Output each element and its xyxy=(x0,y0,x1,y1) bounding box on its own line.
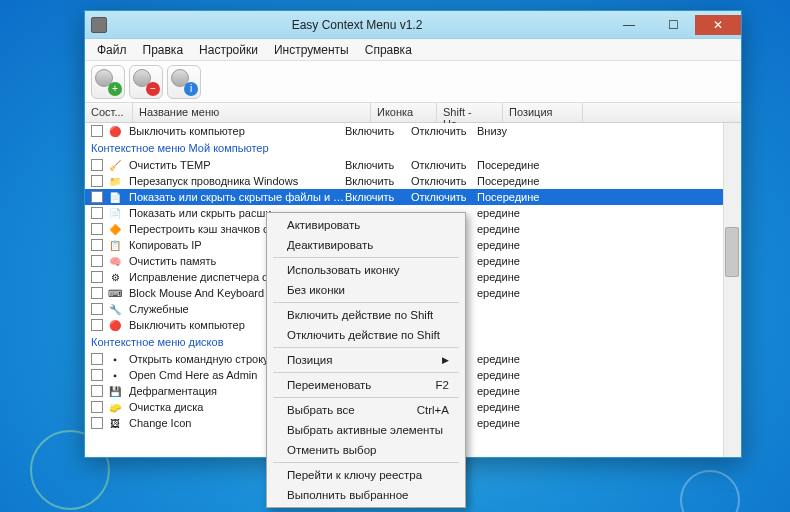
list-row[interactable]: 📁Перезапуск проводника WindowsВключитьОт… xyxy=(85,173,741,189)
context-menu-item[interactable]: Перейти к ключу реестра xyxy=(269,465,463,485)
context-menu-separator xyxy=(273,372,459,373)
header-state[interactable]: Сост... xyxy=(85,103,133,122)
row-icon: ▪ xyxy=(107,368,123,382)
context-menu-label: Деактивировать xyxy=(287,239,373,251)
row-col-pos: Внизу xyxy=(477,125,557,137)
row-checkbox[interactable] xyxy=(91,353,103,365)
context-menu-separator xyxy=(273,257,459,258)
row-col-pos: Посередине xyxy=(477,159,557,171)
row-checkbox[interactable] xyxy=(91,125,103,137)
toolbar: + − i xyxy=(85,61,741,103)
maximize-button[interactable]: ☐ xyxy=(651,15,695,35)
row-checkbox[interactable] xyxy=(91,385,103,397)
context-menu-label: Отменить выбор xyxy=(287,444,377,456)
scrollbar-track[interactable] xyxy=(723,123,741,457)
minimize-button[interactable]: — xyxy=(607,15,651,35)
group-header: Контекстное меню Мой компьютер xyxy=(85,139,741,157)
toolbar-info-button[interactable]: i xyxy=(167,65,201,99)
context-menu-separator xyxy=(273,462,459,463)
row-icon: 📄 xyxy=(107,190,123,204)
row-col-pos: ередине xyxy=(477,287,557,299)
context-menu-label: Отключить действие по Shift xyxy=(287,329,440,341)
list-row[interactable]: 🧹Очистить TEMPВключитьОтключитьПосередин… xyxy=(85,157,741,173)
row-icon: 🔶 xyxy=(107,222,123,236)
context-menu-item[interactable]: Использовать иконку xyxy=(269,260,463,280)
context-menu-item[interactable]: Без иконки xyxy=(269,280,463,300)
context-menu-item[interactable]: Активировать xyxy=(269,215,463,235)
row-checkbox[interactable] xyxy=(91,223,103,235)
menu-edit[interactable]: Правка xyxy=(135,41,192,59)
row-col-pos: ередине xyxy=(477,223,557,235)
row-col-pos: ередине xyxy=(477,271,557,283)
context-menu-item[interactable]: Позиция▶ xyxy=(269,350,463,370)
app-icon xyxy=(91,17,107,33)
row-checkbox[interactable] xyxy=(91,287,103,299)
row-col-shift: Отключить xyxy=(411,175,477,187)
row-icon: 📋 xyxy=(107,238,123,252)
row-name: Очистить TEMP xyxy=(129,159,345,171)
context-menu-item[interactable]: Выбрать всеCtrl+A xyxy=(269,400,463,420)
context-menu-label: Выполнить выбранное xyxy=(287,489,409,501)
row-col-icon: Включить xyxy=(345,159,411,171)
row-icon: 🧽 xyxy=(107,400,123,414)
context-menu-item[interactable]: Выполнить выбранное xyxy=(269,485,463,505)
row-col-pos: ередине xyxy=(477,239,557,251)
context-menu-item[interactable]: Отключить действие по Shift xyxy=(269,325,463,345)
context-menu-label: Выбрать активные элементы xyxy=(287,424,443,436)
row-icon: ⌨ xyxy=(107,286,123,300)
context-menu-item[interactable]: Деактивировать xyxy=(269,235,463,255)
scrollbar-thumb[interactable] xyxy=(725,227,739,277)
row-checkbox[interactable] xyxy=(91,175,103,187)
context-menu-item[interactable]: Включить действие по Shift xyxy=(269,305,463,325)
close-button[interactable]: ✕ xyxy=(695,15,741,35)
toolbar-add-button[interactable]: + xyxy=(91,65,125,99)
titlebar[interactable]: Easy Context Menu v1.2 — ☐ ✕ xyxy=(85,11,741,39)
menu-file[interactable]: Файл xyxy=(89,41,135,59)
menu-settings[interactable]: Настройки xyxy=(191,41,266,59)
row-checkbox[interactable] xyxy=(91,401,103,413)
header-icon[interactable]: Иконка xyxy=(371,103,437,122)
header-name[interactable]: Название меню xyxy=(133,103,371,122)
row-checkbox[interactable] xyxy=(91,417,103,429)
header-position[interactable]: Позиция xyxy=(503,103,583,122)
row-col-pos: ередине xyxy=(477,369,557,381)
row-checkbox[interactable] xyxy=(91,159,103,171)
row-checkbox[interactable] xyxy=(91,369,103,381)
row-checkbox[interactable] xyxy=(91,207,103,219)
context-menu-separator xyxy=(273,302,459,303)
row-checkbox[interactable] xyxy=(91,239,103,251)
context-menu-item[interactable]: Выбрать активные элементы xyxy=(269,420,463,440)
row-checkbox[interactable] xyxy=(91,271,103,283)
row-checkbox[interactable] xyxy=(91,191,103,203)
row-icon: ▪ xyxy=(107,352,123,366)
toolbar-remove-button[interactable]: − xyxy=(129,65,163,99)
row-icon: ⚙ xyxy=(107,270,123,284)
row-col-pos: ередине xyxy=(477,385,557,397)
context-menu: АктивироватьДеактивироватьИспользовать и… xyxy=(266,212,466,508)
row-checkbox[interactable] xyxy=(91,303,103,315)
list-row[interactable]: 🔴Выключить компьютерВключитьОтключитьВни… xyxy=(85,123,741,139)
row-col-pos: ередине xyxy=(477,207,557,219)
row-icon: 🧹 xyxy=(107,158,123,172)
menu-help[interactable]: Справка xyxy=(357,41,420,59)
row-col-shift: Отключить xyxy=(411,191,477,203)
list-row[interactable]: 📄Показать или скрыть скрытые файлы и пап… xyxy=(85,189,741,205)
row-col-icon: Включить xyxy=(345,191,411,203)
menu-tools[interactable]: Инструменты xyxy=(266,41,357,59)
context-menu-label: Выбрать все xyxy=(287,404,355,416)
row-icon: 🔧 xyxy=(107,302,123,316)
row-checkbox[interactable] xyxy=(91,319,103,331)
row-icon: 🔴 xyxy=(107,124,123,138)
row-icon: 🔴 xyxy=(107,318,123,332)
window-title: Easy Context Menu v1.2 xyxy=(107,18,607,32)
context-menu-item[interactable]: Отменить выбор xyxy=(269,440,463,460)
context-menu-label: Включить действие по Shift xyxy=(287,309,433,321)
context-menu-item[interactable]: ПереименоватьF2 xyxy=(269,375,463,395)
menubar: Файл Правка Настройки Инструменты Справк… xyxy=(85,39,741,61)
row-checkbox[interactable] xyxy=(91,255,103,267)
row-name: Выключить компьютер xyxy=(129,125,345,137)
header-shift[interactable]: Shift - На... xyxy=(437,103,503,122)
row-col-pos: Посередине xyxy=(477,175,557,187)
row-col-icon: Включить xyxy=(345,125,411,137)
row-icon: 📁 xyxy=(107,174,123,188)
